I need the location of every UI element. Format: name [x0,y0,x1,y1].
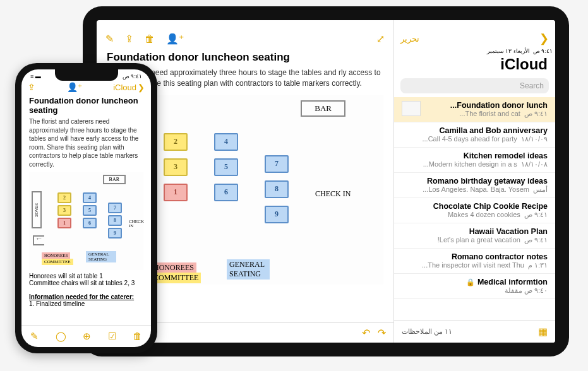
note-list-item[interactable]: Foundation donor lunch... ٩:٤١ صThe flor… [394,97,555,122]
note-item-preview: The florist and cat... [423,110,520,118]
redo-icon[interactable]: ↷ [378,327,386,339]
expand-icon[interactable]: ⤢ [376,33,385,45]
note-body-text[interactable]: The florist and caterers need approximat… [21,116,151,170]
table-3: 3 [57,205,71,216]
checkin-label: CHECK IN [315,190,351,198]
table-8: 8 [265,180,289,198]
table-2: 2 [164,133,188,151]
note-item-time: ٩:٤١ ص [524,110,548,118]
note-item-time: ٩:٤١ ص [524,236,548,244]
note-extra-text[interactable]: Honorees will sit at table 1 Committee c… [21,273,151,307]
table-1: 1 [164,184,188,201]
note-item-preview: ٩:٤٠ ص مقفلة [402,286,548,295]
undo-icon[interactable]: ↶ [362,327,370,339]
back-label: iCloud [113,83,136,92]
back-chevron-icon[interactable]: ❮ [539,32,549,45]
note-item-title: Romano birthday getaway ideas [402,177,548,186]
table-5: 5 [214,158,238,176]
trash-icon[interactable]: 🗑 [133,331,142,342]
note-list-item: 1. Finalized timeline [29,300,143,307]
table-3: 3 [164,158,188,176]
note-list-item[interactable]: Camilla and Bob anniversary ١٨/١٠/٠٩Call… [394,122,555,148]
edit-button[interactable]: تحرير [400,34,419,44]
search-input[interactable]: Search [400,78,549,93]
table-7: 7 [265,155,289,173]
note-list-item[interactable]: Romano birthday getaway ideas أمسLos Ang… [394,173,555,198]
compose-icon[interactable]: ✎ [105,33,114,45]
note-item-preview: The inspector will visit next Thu... [402,261,524,269]
legend-general: GENERAL SEATING [86,251,116,262]
share-icon[interactable]: ⇪ [125,33,133,45]
seating-sketch[interactable]: BAR STAGE 2 3 1 4 5 6 7 8 9 CHECK IN ← H… [29,172,143,270]
note-item-title: Chocolate Chip Cookie Recipe [402,202,548,211]
note-item-title: Kitchen remodel ideas [402,151,548,160]
table-2: 2 [57,192,71,203]
table-1: 1 [57,218,71,228]
sidebar-footer: ▦ ١١ من الملاحظات [394,320,555,343]
table-8: 8 [108,215,122,226]
bar-label: BAR [301,100,345,117]
notes-sidebar: ❮ تحرير ٩:٤١ ص الأربعاء ١٣ سبتمبر iCloud… [393,20,555,343]
ipad-screen: ❮ تحرير ٩:٤١ ص الأربعاء ١٣ سبتمبر iCloud… [97,20,555,343]
checklist-icon[interactable]: ☑ [108,331,116,342]
trash-icon[interactable]: 🗑 [145,33,155,45]
note-thumb-icon [402,101,421,116]
note-item-time: ١٨/١٠/٠٩ [521,135,548,143]
note-title: Foundation donor luncheon seating [21,95,151,116]
add-person-icon[interactable]: 👤⁺ [166,33,184,45]
checkin-label: CHECK IN [129,220,144,228]
note-item-time: ١٨/١٠/٠٨ [521,160,548,168]
legend-committee: COMMITTEE [42,259,73,265]
note-item-time: ٩:٤١ ص [524,211,548,219]
table-9: 9 [108,228,122,238]
grid-view-icon[interactable]: ▦ [538,326,548,338]
note-item-preview: Modern kitchen design in a s... [402,160,517,168]
note-item-time: ١:٣١ م [528,261,548,269]
bar-label: BAR [103,175,126,184]
table-6: 6 [83,218,97,228]
note-toolbar: ✎ ⇪ 🗑 👤⁺ ⤢ [97,20,393,49]
share-icon[interactable]: ⇪ [28,82,35,92]
legend-committee: COMMITTEE [151,273,201,283]
table-7: 7 [108,203,122,213]
notch [55,69,118,81]
stage-label: STAGE [32,191,42,228]
iphone-screen: ٩:٤١ ص ▬ ≡ ⇪ 👤⁺ iCloud ❯ Foundation dono… [21,69,151,347]
compose-icon[interactable]: ✎ [30,331,39,342]
note-item-title: Medical informtion [477,278,548,286]
iphone-toolbar: ⇪ 👤⁺ iCloud ❯ [21,80,151,95]
status-icons: ▬ ≡ [30,73,41,80]
status-date: الأربعاء ١٣ سبتمبر [487,48,530,54]
note-list-item[interactable]: Chocolate Chip Cookie Recipe ٩:٤١ صMakes… [394,198,555,223]
note-item-preview: Makes 4 dozen cookies [402,211,520,219]
note-list-item[interactable]: Hawaii Vacation Plan ٩:٤١ صLet's plan a … [394,223,555,249]
table-5: 5 [83,205,97,216]
status-time: ٩:٤١ ص [123,73,142,80]
note-item-preview: Call 4-5 days ahead for party... [402,135,517,143]
note-list-item[interactable]: Romano contractor notes ١:٣١ مThe inspec… [394,249,555,274]
legend-honorees: HONOREES [151,262,196,273]
note-item-title: Camilla and Bob anniversary [402,126,548,135]
note-item-title: Hawaii Vacation Plan [402,227,548,236]
note-line: Committee chairs will sit at tables 2, 3 [29,280,143,286]
note-list-item[interactable]: Kitchen remodel ideas ١٨/١٠/٠٨Modern kit… [394,148,555,173]
note-list-item[interactable]: Medical informtion 🔒 ٩:٤٠ ص مقفلة [394,274,555,299]
notes-count: ١١ من الملاحظات [402,327,452,336]
table-4: 4 [83,192,97,203]
note-item-title: Foundation donor lunch... [423,101,548,110]
legend-honorees: HONOREES [42,252,70,259]
chevron-right-icon: ❯ [138,83,145,92]
entry-arrow-icon: ← [35,234,43,243]
back-button[interactable]: iCloud ❯ [113,83,145,92]
legend-general: GENERAL SEATING [227,259,270,280]
draw-icon[interactable]: ◯ [56,331,66,342]
table-9: 9 [265,206,289,223]
add-person-icon[interactable]: 👤⁺ [67,82,82,92]
lock-icon: 🔒 [466,278,475,286]
iphone-device: ٩:٤١ ص ▬ ≡ ⇪ 👤⁺ iCloud ❯ Foundation dono… [15,63,157,353]
folder-title: iCloud [394,54,555,77]
note-subheader: Information needed for the caterer: [29,293,143,300]
add-icon[interactable]: ⊕ [83,331,91,342]
iphone-bottom-toolbar: ✎ ◯ ⊕ ☑ 🗑 [21,325,151,347]
note-line: Honorees will sit at table 1 [29,273,143,280]
